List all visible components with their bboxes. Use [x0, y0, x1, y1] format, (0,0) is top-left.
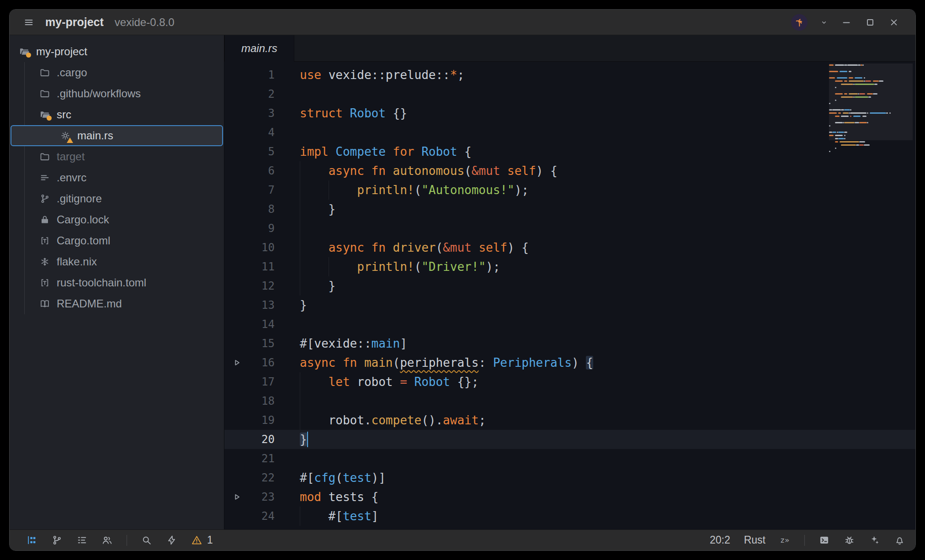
lock-icon [39, 214, 50, 225]
minimap-bar [864, 144, 870, 146]
token [472, 241, 479, 254]
user-avatar[interactable] [791, 14, 808, 31]
code-line-7[interactable]: 7 println!("Autonomous!"); [224, 180, 915, 200]
code-text [300, 219, 915, 238]
code-line-17[interactable]: 17 let robot = Robot {}; [224, 372, 915, 391]
code-line-5[interactable]: 5impl Compete for Robot { [224, 142, 915, 161]
warning-badge [67, 137, 73, 143]
line-number: 6 [224, 161, 275, 180]
terminal-icon[interactable] [819, 534, 830, 546]
code-line-12[interactable]: 12 } [224, 276, 915, 296]
git-branch-icon[interactable] [51, 534, 63, 546]
minimap-viewport[interactable] [829, 63, 913, 140]
toml-icon [39, 277, 50, 288]
code-line-10[interactable]: 10 async fn driver(&mut self) { [224, 238, 915, 257]
editor[interactable]: 1use vexide::prelude::*;23struct Robot {… [224, 62, 915, 529]
minimap-bar [840, 141, 859, 143]
code-line-8[interactable]: 8 } [224, 200, 915, 219]
token: "Driver!" [421, 260, 486, 274]
line-number: 24 [224, 507, 275, 526]
token: test [343, 509, 372, 523]
token [407, 375, 415, 389]
token: fn [372, 164, 386, 178]
sidebar-item--cargo[interactable]: .cargo [10, 62, 224, 83]
outline-icon[interactable] [76, 534, 88, 546]
code-line-22[interactable]: 22#[cfg(test)] [224, 468, 915, 487]
search-icon[interactable] [141, 534, 152, 546]
runnable-play-icon[interactable] [232, 492, 242, 504]
code-line-20[interactable]: 20} [224, 430, 915, 449]
ai-sparkle-icon[interactable] [869, 534, 880, 546]
token: robot [357, 375, 393, 389]
code-line-9[interactable]: 9 [224, 219, 915, 238]
avatar-chevron-icon[interactable] [819, 18, 829, 27]
sidebar-item-target[interactable]: target [10, 146, 224, 167]
assistant-zap-icon[interactable] [166, 534, 177, 546]
sidebar-item-label: my-project [36, 45, 87, 58]
indent-guide [300, 391, 300, 411]
project-panel-icon[interactable] [26, 534, 37, 546]
token [321, 68, 329, 82]
cursor-position[interactable]: 20:2 [710, 534, 730, 546]
code-line-1[interactable]: 1use vexide::prelude::*; [224, 65, 915, 85]
code-line-15[interactable]: 15#[vexide::main] [224, 334, 915, 353]
debug-icon[interactable] [844, 534, 855, 546]
sidebar-item-my-project[interactable]: my-project [10, 41, 224, 62]
token: fn [372, 241, 386, 254]
sidebar-item-flake-nix[interactable]: flake.nix [10, 251, 224, 272]
notification-bell-icon[interactable] [894, 534, 905, 546]
token: } [300, 298, 307, 312]
sidebar-item-label: flake.nix [57, 255, 97, 268]
code-line-4[interactable]: 4 [224, 123, 915, 142]
minimap-bar [859, 144, 864, 146]
diagnostics-indicator[interactable]: 1 [191, 534, 213, 546]
sidebar-item--gitignore[interactable]: .gitignore [10, 188, 224, 209]
code-line-16[interactable]: 16async fn main(peripherals: Peripherals… [224, 353, 915, 372]
sidebar-item-label: main.rs [77, 129, 113, 142]
folder-open-icon [39, 109, 50, 120]
language-indicator[interactable]: Rust [744, 534, 766, 546]
sidebar-item-src[interactable]: src [10, 104, 224, 125]
minimap-line [829, 150, 913, 153]
sidebar-item-main-rs[interactable]: main.rs [11, 125, 223, 146]
token: ( [335, 471, 343, 485]
collab-icon[interactable] [101, 534, 113, 546]
token: ( [414, 260, 421, 274]
sidebar-item-label: Cargo.toml [57, 234, 110, 247]
status-bar: 1 20:2Rustz» [10, 529, 915, 550]
code-line-18[interactable]: 18 [224, 391, 915, 411]
token: println! [357, 260, 414, 274]
app-menu-hamburger-icon[interactable] [23, 17, 34, 28]
code-line-24[interactable]: 24 #[test] [224, 507, 915, 526]
token: ); [515, 183, 529, 197]
code-line-3[interactable]: 3struct Robot {} [224, 104, 915, 123]
minimize-button[interactable] [840, 16, 852, 28]
runnable-play-icon[interactable] [232, 358, 242, 370]
indent-guide [300, 219, 300, 238]
sidebar-item-cargo-lock[interactable]: Cargo.lock [10, 209, 224, 230]
sidebar-item-rust-toolchain-toml[interactable]: rust-toolchain.toml [10, 272, 224, 293]
code-line-21[interactable]: 21 [224, 449, 915, 468]
code-line-6[interactable]: 6 async fn autonomous(&mut self) { [224, 161, 915, 180]
token: )] [372, 471, 386, 485]
inline-completion-icon[interactable]: z» [779, 534, 791, 546]
code-line-13[interactable]: 13} [224, 296, 915, 315]
tab-main-rs[interactable]: main.rs [224, 35, 294, 62]
sidebar-item--envrc[interactable]: .envrc [10, 167, 224, 188]
line-number: 18 [224, 391, 275, 411]
sidebar-item-cargo-toml[interactable]: Cargo.toml [10, 230, 224, 251]
code-line-23[interactable]: 23mod tests { [224, 487, 915, 507]
tab-bar: main.rs [224, 35, 915, 62]
close-button[interactable] [888, 16, 900, 28]
sidebar-item-readme-md[interactable]: README.md [10, 293, 224, 314]
code-line-2[interactable]: 2 [224, 85, 915, 104]
maximize-button[interactable] [864, 16, 876, 28]
code-line-19[interactable]: 19 robot.compete().await; [224, 411, 915, 430]
code-line-14[interactable]: 14 [224, 315, 915, 334]
code-line-11[interactable]: 11 println!("Driver!"); [224, 257, 915, 276]
token [357, 356, 364, 370]
sidebar-item--github-workflows[interactable]: .github/workflows [10, 83, 224, 104]
minimap[interactable] [829, 63, 913, 153]
sidebar-item-label: README.md [57, 297, 122, 310]
token: struct [300, 106, 343, 120]
